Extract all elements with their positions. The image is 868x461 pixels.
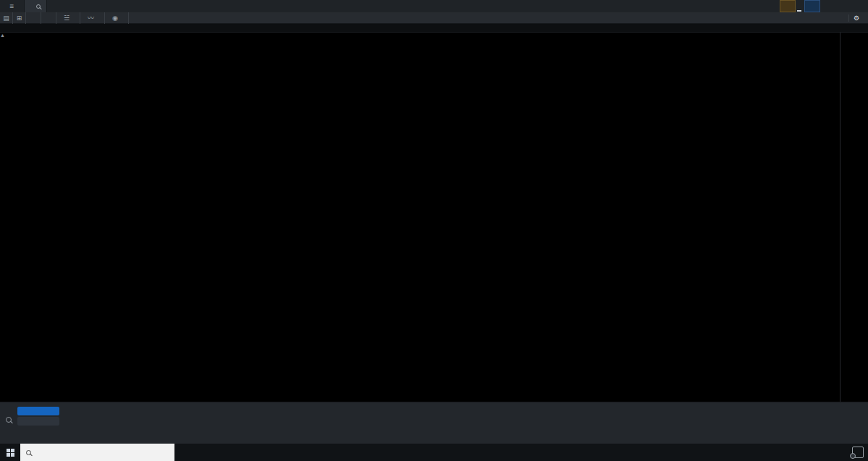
titlebar: ≡: [0, 0, 868, 12]
price-axis-separator: [840, 33, 840, 402]
action-center-icon[interactable]: [852, 447, 864, 458]
event-marker-icon[interactable]: ▲: [0, 33, 5, 38]
bid-price-button[interactable]: [780, 0, 796, 12]
indicators-panel: [0, 402, 868, 444]
settings-button[interactable]: ⚙: [848, 14, 868, 22]
date-axis[interactable]: [0, 24, 868, 33]
indicator-search-icon[interactable]: [6, 413, 12, 426]
candlestick-chart[interactable]: [0, 33, 840, 402]
hamburger-menu-icon[interactable]: ≡: [0, 0, 25, 12]
ask-price-button[interactable]: [804, 0, 820, 12]
taskbar-search[interactable]: [20, 444, 174, 461]
eye-icon: ◉: [112, 14, 118, 22]
trading-app-window: ≡ ▤ ⊞ ☱ 〰 ◉ ⚙: [0, 0, 868, 461]
overlays-button[interactable]: [17, 407, 59, 415]
spread-indicator: [797, 10, 801, 12]
system-tray: [835, 447, 868, 458]
chart-area[interactable]: ▲: [0, 33, 868, 402]
related-button[interactable]: ◉: [105, 12, 129, 24]
waveform-icon: 〰: [88, 13, 94, 22]
chart-toolbar: ▤ ⊞ ☱ 〰 ◉ ⚙: [0, 12, 868, 24]
search-icon: [26, 450, 31, 455]
search-icon[interactable]: [36, 4, 41, 9]
chart-list-icon[interactable]: ▤: [0, 12, 13, 24]
templates-button[interactable]: ☱: [56, 12, 80, 24]
templates-icon: ☱: [64, 14, 69, 22]
studies-button[interactable]: [17, 417, 59, 426]
period-dropdown[interactable]: [26, 12, 41, 24]
symbol-tab[interactable]: [25, 0, 47, 12]
gear-icon: ⚙: [854, 14, 859, 22]
range-dropdown[interactable]: [41, 12, 56, 24]
start-button[interactable]: [0, 444, 20, 461]
mid-button[interactable]: 〰: [80, 12, 105, 24]
layout-grid-icon[interactable]: ⊞: [13, 12, 26, 24]
windows-taskbar: [0, 444, 868, 461]
